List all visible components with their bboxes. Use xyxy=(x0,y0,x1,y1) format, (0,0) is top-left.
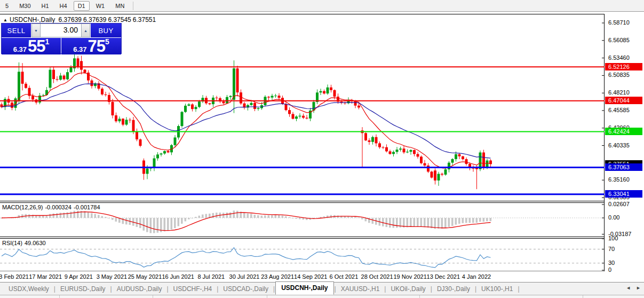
price-tick-label: 6.53460 xyxy=(608,54,630,61)
tab-usdcnh-daily[interactable]: USDCNH-,Daily xyxy=(275,281,333,295)
buy-button[interactable]: BUY xyxy=(91,23,121,37)
date-label: 23 Aug 2021 xyxy=(261,273,294,280)
symbol-title: USDCNH-,Daily xyxy=(10,16,55,23)
macd-tick-label: 0.00 xyxy=(608,214,619,221)
chart-tabs: USDX,Weekly|EURUSD-,Daily|AUDUSD-,Daily|… xyxy=(4,283,520,295)
tab-usdcad-daily[interactable]: USDCAD-,Daily xyxy=(219,284,273,294)
tab-scroll-right-icon[interactable]: ► xyxy=(636,285,641,291)
tab-separator: | xyxy=(166,285,168,293)
tab-separator: | xyxy=(110,285,112,293)
timeframe-button-W1[interactable]: W1 xyxy=(92,1,109,11)
sell-price-prefix: 6.37 xyxy=(13,45,27,53)
price-tick-label: 6.35160 xyxy=(608,176,630,183)
date-label: 13 Dec 2021 xyxy=(427,273,460,280)
tab-dj30-daily[interactable]: DJ30-,Daily xyxy=(433,284,474,294)
chart-tab-bar: USDX,Weekly|EURUSD-,Daily|AUDUSD-,Daily|… xyxy=(0,282,644,295)
date-label: 30 Jul 2021 xyxy=(229,273,260,280)
tab-separator: | xyxy=(384,285,386,293)
macd-title: MACD(12,26,9) xyxy=(2,204,43,210)
price-tick-label: 6.58710 xyxy=(608,19,630,26)
volume-input[interactable]: 3.00 xyxy=(41,23,81,37)
tab-audusd-daily[interactable]: AUDUSD-,Daily xyxy=(113,284,166,294)
volume-decrease-button[interactable]: ▼ xyxy=(31,23,41,37)
quote-low: 6.37545 xyxy=(108,16,131,23)
date-axis[interactable]: 23 Feb 202117 Mar 20219 Apr 20213 May 20… xyxy=(0,272,605,283)
rsi-tick-label: 30 xyxy=(608,260,615,266)
date-label: 19 Nov 2021 xyxy=(393,273,426,280)
macd-label: MACD(12,26,9)-0.000324-0.001784 xyxy=(2,204,102,210)
level-label: 6.33041 xyxy=(605,190,642,198)
timeframe-button-5[interactable]: 5 xyxy=(1,1,13,11)
macd-value-1: -0.000324 xyxy=(45,204,71,210)
price-tick-label: 6.50835 xyxy=(608,72,630,78)
date-label: 23 Feb 2021 xyxy=(0,273,29,280)
tab-usdchf-h4[interactable]: USDCHF-,H4 xyxy=(169,284,217,294)
level-label: 6.42424 xyxy=(605,128,642,135)
price-tick-label: 6.48210 xyxy=(608,89,630,96)
level-label: 6.47044 xyxy=(605,97,642,104)
tab-eurusd-daily[interactable]: EURUSD-,Daily xyxy=(56,284,110,294)
timeframe-button-M30[interactable]: M30 xyxy=(15,1,35,11)
rsi-value: 49.0630 xyxy=(25,240,46,246)
price-tick-label: 6.45585 xyxy=(608,107,630,113)
timeframe-toolbar: 5M30H1H4D1W1MN xyxy=(0,0,644,12)
date-label: 28 Oct 2021 xyxy=(361,273,393,280)
date-label: 4 Jan 2022 xyxy=(462,273,491,280)
level-label: 6.52126 xyxy=(605,63,642,70)
tab-separator: | xyxy=(431,285,432,293)
tab-separator: | xyxy=(217,285,218,293)
collapse-chart-icon[interactable]: ▲ xyxy=(3,18,7,22)
rsi-tick-label: 70 xyxy=(608,246,615,252)
price-tick-label: 6.56085 xyxy=(608,37,630,43)
one-click-trading-panel: SELL ▼ 3.00 ▲ BUY 6.37551 6.37755 xyxy=(1,23,122,54)
rsi-tick-label: 100 xyxy=(608,235,618,241)
macd-tick-label: 0.02607 xyxy=(608,201,630,207)
price-tick-label: 6.40335 xyxy=(608,142,630,148)
volume-increase-button[interactable]: ▲ xyxy=(81,23,90,37)
sell-price-display[interactable]: 6.37551 xyxy=(2,38,61,54)
status-divider xyxy=(153,295,153,298)
toolbar-separator xyxy=(133,2,133,10)
macd-value-2: -0.001784 xyxy=(74,204,100,210)
level-label: 6.37063 xyxy=(605,163,642,171)
date-label: 25 May 2021 xyxy=(128,273,162,280)
rsi-tick-label: 0 xyxy=(608,266,611,273)
buy-price-main: 75 xyxy=(88,40,105,53)
quote-close: 6.37551 xyxy=(133,16,156,23)
status-divider xyxy=(59,295,60,298)
rsi-title: RSI(14) xyxy=(2,240,22,246)
tab-ukoil-daily[interactable]: UKOil-,Daily xyxy=(386,284,430,294)
status-divider xyxy=(583,295,583,298)
quote-open: 6.37639 xyxy=(59,16,82,23)
status-bar xyxy=(0,295,644,298)
timeframe-button-H1[interactable]: H1 xyxy=(37,1,53,11)
chevron-down-icon: ▼ xyxy=(34,29,38,33)
date-label: 14 Sep 2021 xyxy=(294,273,327,280)
tab-uk100-h1[interactable]: UK100-,H1 xyxy=(477,284,517,294)
date-label: 6 Oct 2021 xyxy=(329,273,358,280)
buy-price-display[interactable]: 6.37755 xyxy=(61,38,121,54)
buy-price-pipette: 5 xyxy=(105,38,109,45)
tab-separator: | xyxy=(475,285,476,293)
chart-window: ▲USDCNH-,Daily 6.376396.376396.375456.37… xyxy=(0,14,644,271)
tab-scroll-left-icon[interactable]: ◄ xyxy=(626,285,631,291)
tab-xauusd-h1[interactable]: XAUUSD-,H1 xyxy=(337,284,384,294)
timeframe-button-MN[interactable]: MN xyxy=(111,1,129,11)
date-label: 16 Jun 2021 xyxy=(162,273,194,280)
date-label: 17 Mar 2021 xyxy=(29,273,62,280)
date-label: 8 Jul 2021 xyxy=(197,273,225,280)
tab-usdx-weekly[interactable]: USDX,Weekly xyxy=(4,284,53,294)
timeframe-buttons: 5M30H1H4D1W1MN xyxy=(0,0,130,12)
sell-button[interactable]: SELL xyxy=(2,23,31,37)
rsi-label: RSI(14)49.0630 xyxy=(2,240,48,246)
tab-separator: | xyxy=(518,285,519,293)
timeframe-button-H4[interactable]: H4 xyxy=(55,1,71,11)
status-divider xyxy=(267,295,267,298)
sell-price-main: 55 xyxy=(28,40,45,53)
tab-separator: | xyxy=(273,285,275,293)
buy-price-prefix: 6.37 xyxy=(73,45,86,53)
price-axis[interactable]: 6.587106.560856.534606.508356.482106.455… xyxy=(605,14,644,271)
tab-separator: | xyxy=(335,285,336,293)
timeframe-button-D1[interactable]: D1 xyxy=(74,1,90,11)
chart-title: ▲USDCNH-,Daily 6.376396.376396.375456.37… xyxy=(3,16,157,23)
